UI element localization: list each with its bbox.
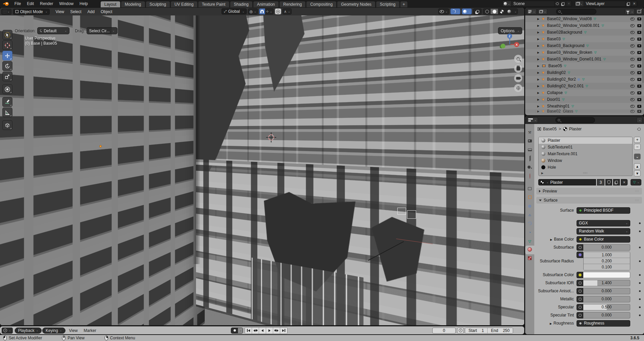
- keyframe-dot-icon[interactable]: [639, 230, 641, 232]
- disable-render-icon[interactable]: [637, 58, 641, 61]
- outliner-row[interactable]: ▶▼Base03▽: [525, 36, 644, 42]
- end-frame-field[interactable]: End250: [488, 328, 513, 333]
- hide-viewport-icon[interactable]: [630, 71, 635, 74]
- remove-viewlayer-icon[interactable]: ×: [631, 1, 637, 6]
- expand-icon[interactable]: ▶: [537, 58, 540, 61]
- hide-viewport-icon[interactable]: [630, 38, 635, 41]
- disable-render-icon[interactable]: [637, 110, 641, 113]
- use-preview-range-button[interactable]: [457, 328, 464, 334]
- hide-viewport-icon[interactable]: [630, 17, 635, 20]
- properties-options-dropdown[interactable]: ⌄: [637, 117, 642, 123]
- jump-to-start-button[interactable]: [245, 328, 252, 334]
- editor-type-button[interactable]: ⌄: [1, 9, 11, 15]
- keyframe-dot-icon[interactable]: [639, 222, 641, 224]
- outliner-object-name[interactable]: Base05: [548, 63, 562, 68]
- tab-texture[interactable]: [525, 254, 534, 263]
- jump-to-end-button[interactable]: [280, 328, 287, 334]
- link-material-dropdown[interactable]: ▽⌄: [631, 179, 641, 185]
- hide-viewport-icon[interactable]: [630, 24, 635, 27]
- add-workspace-button[interactable]: +: [400, 1, 408, 7]
- vector-value-field[interactable]: 0.200: [584, 258, 630, 264]
- node-socket-button[interactable]: Roughness: [577, 320, 630, 327]
- breadcrumb-object[interactable]: Base05: [543, 127, 557, 131]
- disable-render-icon[interactable]: [637, 65, 641, 68]
- node-socket-button[interactable]: Base Color: [577, 236, 630, 243]
- fake-user-shield-button[interactable]: [605, 179, 612, 185]
- tab-particles[interactable]: ⁂: [525, 211, 534, 219]
- menu-window[interactable]: Window: [56, 0, 77, 7]
- gizmo-y-axis[interactable]: [501, 44, 505, 48]
- play-reverse-button[interactable]: [259, 328, 266, 334]
- outliner-row[interactable]: ▶▼Base02_Window_Void08▽: [525, 15, 644, 22]
- expand-icon[interactable]: ▶: [537, 17, 540, 20]
- shading-rendered-button[interactable]: [505, 9, 513, 14]
- tab-render[interactable]: [525, 137, 534, 145]
- start-frame-field[interactable]: Start1: [465, 328, 488, 333]
- shading-wireframe-button[interactable]: [483, 9, 491, 14]
- outliner-row[interactable]: ▶▼Building02_flor2⚙▽: [525, 76, 644, 83]
- xray-toggle[interactable]: [473, 8, 482, 14]
- viewlayer-selector[interactable]: ⌄ ViewLayer ×: [575, 1, 637, 7]
- outliner-object-name[interactable]: Base02_Window_Void08: [547, 16, 592, 21]
- disable-render-icon[interactable]: [637, 85, 641, 88]
- gizmos-toggle[interactable]: ⌄: [450, 8, 461, 14]
- color-swatch-field[interactable]: [583, 272, 630, 278]
- outliner-filter-collection-dropdown[interactable]: ⌄: [538, 9, 548, 14]
- gizmo-z-axis[interactable]: Z: [507, 34, 512, 39]
- hide-viewport-icon[interactable]: [630, 65, 635, 68]
- outliner-object-name[interactable]: Base03_Window_Done01.001: [547, 57, 601, 61]
- scene-icon[interactable]: ⌄: [503, 1, 511, 6]
- dropdown-select[interactable]: Random Walk⌄: [577, 228, 630, 235]
- shading-options-dropdown[interactable]: ⌄: [513, 9, 517, 14]
- hide-viewport-icon[interactable]: [630, 110, 635, 113]
- value-slider[interactable]: 1.400: [583, 280, 630, 286]
- tab-collection[interactable]: [525, 184, 534, 193]
- value-slider[interactable]: 0.000: [583, 288, 630, 294]
- disable-render-icon[interactable]: [637, 78, 641, 81]
- material-slot[interactable]: Window: [539, 157, 632, 164]
- keyframe-dot-icon[interactable]: [639, 247, 641, 248]
- material-slot[interactable]: Hole: [539, 164, 632, 171]
- hide-viewport-icon[interactable]: [630, 98, 635, 101]
- tab-scripting[interactable]: Scripting: [376, 1, 400, 7]
- disable-render-icon[interactable]: [637, 71, 641, 74]
- expand-icon[interactable]: ▶: [537, 105, 540, 108]
- timeline-menu-marker[interactable]: Marker: [81, 327, 99, 334]
- input-socket[interactable]: [577, 288, 583, 294]
- viewport-menu-select[interactable]: Select: [67, 8, 84, 15]
- expand-icon[interactable]: ▶: [537, 85, 540, 88]
- pin-id-icon[interactable]: [637, 127, 641, 131]
- timeline-menu-playback[interactable]: Playback⌄: [15, 328, 42, 334]
- play-button[interactable]: [266, 328, 273, 334]
- outliner-object-name[interactable]: Base03: [547, 37, 561, 41]
- menu-file[interactable]: File: [11, 0, 24, 7]
- keyframe-dot-icon[interactable]: [639, 260, 641, 262]
- disable-render-icon[interactable]: [637, 51, 641, 54]
- material-slot[interactable]: SubTexture01: [539, 144, 632, 151]
- outliner-row[interactable]: ▶▼Base02_Glass▽: [525, 110, 644, 113]
- scene-selector[interactable]: ⌄ Scene ×: [502, 1, 572, 7]
- scale-tool-button[interactable]: [2, 72, 12, 81]
- tab-uv-editing[interactable]: UV Editing: [170, 1, 198, 7]
- pin-scene-icon[interactable]: [554, 1, 560, 6]
- remove-slot-button[interactable]: −: [634, 144, 641, 150]
- timeline-menu-view[interactable]: View: [66, 327, 81, 334]
- viewport-menu-object[interactable]: Object: [98, 8, 115, 15]
- tab-physics[interactable]: [525, 219, 534, 228]
- menu-edit[interactable]: Edit: [24, 0, 37, 7]
- tab-rendering[interactable]: Rendering: [279, 1, 306, 7]
- input-socket[interactable]: [577, 312, 583, 318]
- tab-output[interactable]: [525, 145, 534, 154]
- auto-keying-toggle[interactable]: ⌄: [231, 328, 243, 334]
- select-box-tool-button[interactable]: [2, 30, 12, 40]
- outliner-object-name[interactable]: Base03_Background: [547, 43, 584, 48]
- tab-compositing[interactable]: Compositing: [306, 1, 337, 7]
- disable-render-icon[interactable]: [637, 31, 641, 34]
- keyframe-dot-icon[interactable]: [639, 306, 641, 308]
- tab-geometry-nodes[interactable]: Geometry Nodes: [337, 1, 376, 7]
- viewlayer-name[interactable]: ViewLayer: [584, 1, 626, 6]
- overlays-toggle[interactable]: ⌄: [462, 8, 472, 14]
- expand-icon[interactable]: ▶: [537, 91, 540, 94]
- prev-keyframe-button[interactable]: [252, 328, 259, 334]
- input-socket[interactable]: [577, 296, 583, 302]
